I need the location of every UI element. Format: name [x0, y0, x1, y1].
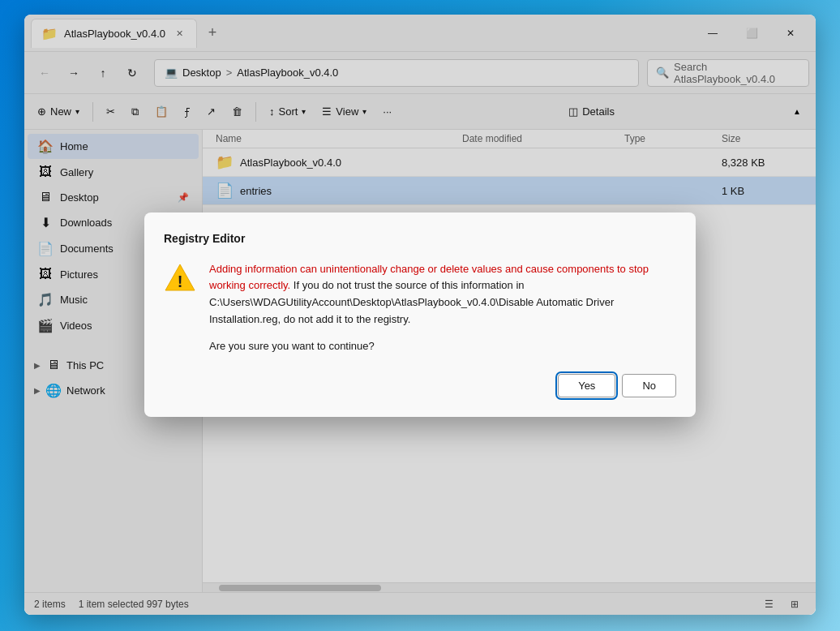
explorer-window: 📁 AtlasPlaybook_v0.4.0 ✕ + — ⬜ ✕ ← → ↑ ↻…: [24, 15, 816, 615]
dialog-title: Registry Editor: [164, 232, 676, 245]
dialog-message: Adding information can unintentionally c…: [209, 261, 676, 355]
dialog-question: Are you sure you want to continue?: [209, 338, 676, 355]
warning-triangle-icon: !: [164, 261, 196, 294]
dialog-body: ! Adding information can unintentionally…: [164, 261, 676, 355]
no-button[interactable]: No: [622, 374, 676, 397]
svg-text:!: !: [178, 273, 183, 290]
warning-icon-wrap: !: [164, 261, 196, 294]
dialog-overlay: Registry Editor ! Adding information can…: [24, 15, 816, 615]
registry-editor-dialog: Registry Editor ! Adding information can…: [144, 212, 696, 418]
yes-button[interactable]: Yes: [558, 374, 615, 397]
dialog-buttons: Yes No: [164, 374, 676, 397]
